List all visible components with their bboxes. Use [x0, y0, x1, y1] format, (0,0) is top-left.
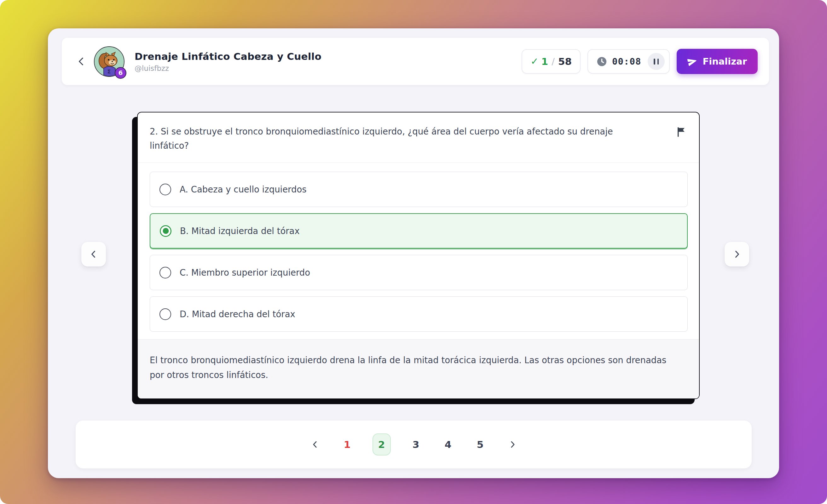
- pagination-next-button[interactable]: [505, 434, 520, 455]
- answered-count: 1: [541, 56, 548, 67]
- pause-icon: [654, 59, 655, 64]
- page-button-5[interactable]: 5: [473, 434, 487, 455]
- finalize-label: Finalizar: [702, 56, 747, 67]
- answer-option-c[interactable]: C. Miembro superior izquierdo: [150, 255, 688, 290]
- pagination-bar: 1 2 3 4 5: [76, 420, 752, 468]
- send-icon: [686, 55, 698, 67]
- timer: 00:08: [587, 49, 670, 74]
- explanation-text: El tronco bronquiomediastínico izquierdo…: [150, 353, 682, 383]
- radio-unselected-icon: [159, 308, 171, 320]
- total-count: 58: [558, 56, 572, 67]
- avatar-level-badge: 6: [115, 67, 127, 79]
- chevron-right-icon: [508, 440, 517, 449]
- chevron-left-icon: [89, 249, 99, 259]
- answer-option-label: A. Cabeza y cuello izquierdos: [180, 184, 307, 194]
- flag-question-button[interactable]: [675, 124, 688, 138]
- quiz-author-handle: @luisfbzz: [135, 64, 322, 72]
- page-button-1[interactable]: 1: [340, 434, 354, 455]
- app-window: Σ 6 Drenaje Linfático Cabeza y Cuello @l…: [48, 28, 779, 478]
- page-button-3[interactable]: 3: [409, 434, 423, 455]
- next-question-button[interactable]: [725, 242, 749, 266]
- radio-unselected-icon: [159, 184, 171, 195]
- answer-option-label: B. Mitad izquierda del tórax: [180, 226, 300, 236]
- radio-selected-icon: [160, 225, 172, 237]
- clock-icon: [596, 56, 607, 67]
- chevron-left-icon: [310, 440, 320, 449]
- avatar: Σ 6: [94, 46, 125, 77]
- header-bar: Σ 6 Drenaje Linfático Cabeza y Cuello @l…: [62, 38, 769, 85]
- page-button-4[interactable]: 4: [441, 434, 455, 455]
- flag-icon: [675, 126, 686, 137]
- answer-option-d[interactable]: D. Mitad derecha del tórax: [150, 296, 688, 332]
- svg-text:Σ: Σ: [107, 69, 111, 74]
- finalize-button[interactable]: Finalizar: [677, 49, 758, 74]
- quiz-title-block: Drenaje Linfático Cabeza y Cuello @luisf…: [135, 51, 322, 72]
- pause-button[interactable]: [648, 53, 665, 70]
- timer-value: 00:08: [612, 56, 641, 67]
- explanation-panel: El tronco bronquiomediastínico izquierdo…: [138, 339, 699, 399]
- answer-option-label: C. Miembro superior izquierdo: [180, 267, 310, 278]
- pagination-prev-button[interactable]: [308, 434, 322, 455]
- answer-option-b-selected[interactable]: B. Mitad izquierda del tórax: [150, 213, 688, 249]
- answer-options: A. Cabeza y cuello izquierdos B. Mitad i…: [138, 163, 699, 339]
- page-button-2-current[interactable]: 2: [373, 434, 391, 455]
- prev-question-button[interactable]: [81, 242, 106, 266]
- back-button[interactable]: [71, 51, 91, 71]
- answer-option-label: D. Mitad derecha del tórax: [180, 309, 295, 319]
- question-text: 2. Si se obstruye el tronco bronquiomedi…: [150, 124, 641, 152]
- chevron-right-icon: [732, 249, 742, 259]
- chevron-left-icon: [76, 56, 87, 67]
- answer-option-a[interactable]: A. Cabeza y cuello izquierdos: [150, 172, 688, 207]
- question-header: 2. Si se obstruye el tronco bronquiomedi…: [138, 112, 699, 162]
- quiz-title: Drenaje Linfático Cabeza y Cuello: [135, 51, 322, 62]
- question-card: 2. Si se obstruye el tronco bronquiomedi…: [137, 112, 700, 399]
- gradient-background: Σ 6 Drenaje Linfático Cabeza y Cuello @l…: [0, 0, 827, 504]
- radio-unselected-icon: [159, 267, 171, 279]
- progress-separator: /: [551, 56, 555, 67]
- check-icon: ✓: [530, 57, 538, 66]
- progress-counter: ✓ 1 / 58: [522, 49, 581, 74]
